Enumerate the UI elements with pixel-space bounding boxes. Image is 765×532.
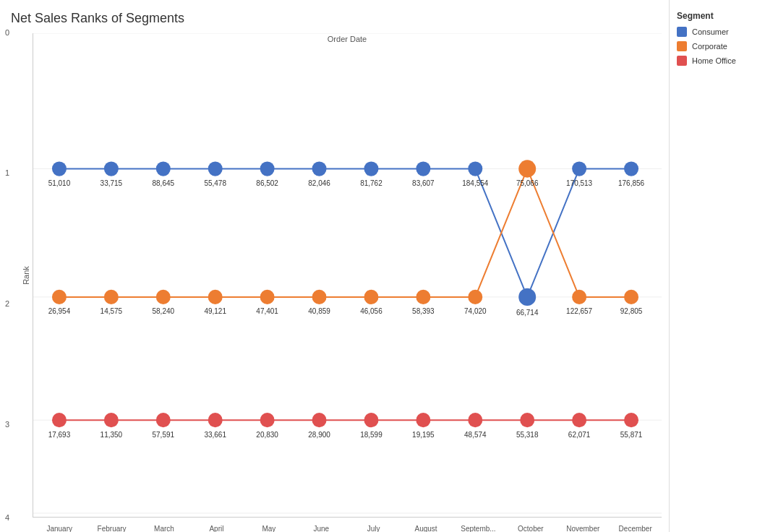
- y-axis-label: Rank: [22, 266, 30, 285]
- svg-point-39: [572, 413, 586, 427]
- svg-text:20,830: 20,830: [256, 430, 278, 438]
- svg-point-32: [208, 413, 223, 427]
- legend-area: Segment Consumer Corporate Home Office: [669, 0, 765, 532]
- svg-point-22: [312, 290, 327, 304]
- svg-point-19: [156, 290, 171, 304]
- svg-text:57,591: 57,591: [153, 430, 175, 438]
- svg-point-38: [520, 413, 534, 427]
- x-label-oct: October: [505, 525, 556, 532]
- legend-dot-homeoffice: [677, 56, 687, 66]
- svg-point-15: [572, 161, 586, 176]
- svg-text:86,502: 86,502: [256, 179, 278, 187]
- chart-container: 0 1 2 3 4: [33, 33, 662, 518]
- chart-svg: 51,010 33,715 88,645 55,478 86,502 82,04…: [33, 33, 662, 517]
- svg-text:47,401: 47,401: [256, 307, 278, 315]
- page: Net Sales Ranks of Segments Rank Order D…: [0, 0, 765, 532]
- svg-text:33,661: 33,661: [204, 430, 226, 438]
- svg-text:18,599: 18,599: [360, 430, 382, 438]
- x-label-feb: February: [87, 525, 137, 532]
- svg-text:14,575: 14,575: [101, 307, 123, 315]
- y-label-2: 2: [5, 299, 9, 308]
- svg-text:92,805: 92,805: [620, 307, 643, 315]
- x-label-jul: July: [349, 525, 399, 532]
- svg-point-11: [364, 161, 378, 176]
- svg-point-23: [364, 290, 378, 304]
- x-axis-labels: January February March April May June Ju…: [33, 525, 662, 532]
- svg-text:40,859: 40,859: [308, 307, 330, 315]
- svg-point-31: [156, 413, 171, 427]
- svg-text:55,318: 55,318: [516, 430, 539, 438]
- svg-point-28: [624, 290, 638, 304]
- svg-point-8: [208, 161, 223, 176]
- svg-text:46,056: 46,056: [360, 307, 382, 315]
- svg-text:26,954: 26,954: [48, 307, 71, 315]
- svg-point-35: [364, 413, 378, 427]
- svg-text:48,574: 48,574: [464, 430, 487, 438]
- svg-point-33: [260, 413, 275, 427]
- svg-text:66,714: 66,714: [516, 309, 539, 317]
- svg-text:51,010: 51,010: [48, 179, 71, 187]
- legend-item-corporate: Corporate: [677, 41, 758, 51]
- svg-text:88,645: 88,645: [153, 179, 175, 187]
- svg-point-25: [468, 290, 482, 304]
- svg-point-18: [104, 290, 119, 304]
- svg-text:55,871: 55,871: [620, 430, 643, 438]
- svg-point-26: [518, 160, 536, 177]
- legend-item-consumer: Consumer: [677, 27, 758, 37]
- legend-dot-consumer: [677, 27, 687, 37]
- x-label-sep: Septemb...: [453, 525, 503, 532]
- svg-text:17,693: 17,693: [48, 430, 71, 438]
- svg-point-6: [104, 161, 119, 176]
- svg-text:82,046: 82,046: [308, 179, 330, 187]
- svg-point-37: [468, 413, 482, 427]
- svg-text:49,121: 49,121: [204, 307, 226, 315]
- y-label-4: 4: [5, 513, 9, 522]
- chart-title: Net Sales Ranks of Segments: [11, 11, 662, 26]
- svg-point-10: [312, 161, 327, 176]
- svg-text:81,762: 81,762: [360, 179, 382, 187]
- svg-text:58,240: 58,240: [153, 307, 175, 315]
- svg-point-13: [468, 161, 482, 176]
- svg-text:74,020: 74,020: [464, 307, 487, 315]
- legend-label-consumer: Consumer: [692, 27, 729, 36]
- svg-point-21: [260, 290, 275, 304]
- svg-point-16: [624, 161, 638, 176]
- svg-point-30: [104, 413, 119, 427]
- svg-text:19,195: 19,195: [412, 430, 435, 438]
- x-label-jan: January: [34, 525, 85, 532]
- svg-point-17: [52, 290, 67, 304]
- y-label-0: 0: [5, 28, 9, 37]
- svg-text:170,513: 170,513: [566, 179, 592, 187]
- svg-text:176,856: 176,856: [618, 179, 644, 187]
- svg-text:83,607: 83,607: [412, 179, 435, 187]
- svg-point-20: [208, 290, 223, 304]
- svg-text:58,393: 58,393: [412, 307, 435, 315]
- chart-area: Net Sales Ranks of Segments Rank Order D…: [0, 0, 669, 532]
- svg-point-12: [416, 161, 430, 176]
- svg-text:11,350: 11,350: [101, 430, 123, 438]
- x-label-aug: August: [401, 525, 451, 532]
- svg-point-34: [312, 413, 327, 427]
- svg-text:28,900: 28,900: [308, 430, 330, 438]
- x-label-mar: March: [139, 525, 189, 532]
- legend-item-homeoffice: Home Office: [677, 56, 758, 66]
- svg-point-29: [52, 413, 67, 427]
- svg-text:55,478: 55,478: [204, 179, 226, 187]
- y-label-3: 3: [5, 420, 9, 429]
- svg-text:62,071: 62,071: [568, 430, 591, 438]
- x-label-nov: November: [557, 525, 608, 532]
- legend-label-corporate: Corporate: [692, 42, 727, 51]
- svg-point-36: [416, 413, 430, 427]
- legend-dot-corporate: [677, 41, 687, 51]
- y-label-1: 1: [5, 168, 9, 177]
- svg-point-40: [624, 413, 638, 427]
- x-label-may: May: [244, 525, 294, 532]
- svg-text:122,657: 122,657: [566, 307, 592, 315]
- svg-point-7: [156, 161, 171, 176]
- svg-point-5: [52, 161, 67, 176]
- svg-point-24: [416, 290, 430, 304]
- svg-point-27: [572, 290, 586, 304]
- legend-title: Segment: [677, 11, 758, 21]
- svg-text:184,554: 184,554: [462, 179, 488, 187]
- x-label-dec: December: [610, 525, 661, 532]
